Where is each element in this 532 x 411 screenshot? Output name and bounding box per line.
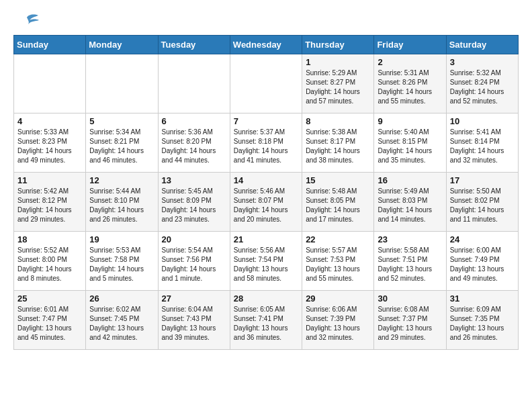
- day-number: 29: [306, 293, 370, 304]
- calendar-cell: 17Sunrise: 5:50 AM Sunset: 8:02 PM Dayli…: [446, 173, 518, 232]
- day-number: 3: [450, 57, 515, 67]
- day-info: Sunrise: 5:50 AM Sunset: 8:02 PM Dayligh…: [450, 187, 515, 224]
- day-info: Sunrise: 6:06 AM Sunset: 7:39 PM Dayligh…: [306, 305, 370, 342]
- day-info: Sunrise: 5:38 AM Sunset: 8:17 PM Dayligh…: [306, 128, 370, 165]
- calendar-cell: 8Sunrise: 5:38 AM Sunset: 8:17 PM Daylig…: [302, 113, 374, 173]
- logo-bird-icon: [15, 12, 39, 31]
- day-number: 10: [450, 116, 515, 126]
- day-number: 27: [162, 293, 226, 304]
- day-info: Sunrise: 5:31 AM Sunset: 8:26 PM Dayligh…: [378, 68, 442, 106]
- day-number: 28: [234, 293, 298, 304]
- calendar-cell: 20Sunrise: 5:54 AM Sunset: 7:56 PM Dayli…: [158, 232, 230, 291]
- weekday-header-wednesday: Wednesday: [230, 36, 302, 54]
- day-number: 19: [89, 234, 154, 244]
- calendar-cell: 23Sunrise: 5:58 AM Sunset: 7:51 PM Dayli…: [374, 232, 446, 291]
- day-info: Sunrise: 5:46 AM Sunset: 8:07 PM Dayligh…: [234, 187, 298, 224]
- day-number: 21: [234, 234, 298, 244]
- day-info: Sunrise: 6:04 AM Sunset: 7:43 PM Dayligh…: [162, 305, 226, 342]
- week-row-4: 18Sunrise: 5:52 AM Sunset: 8:00 PM Dayli…: [14, 232, 519, 291]
- day-number: 13: [162, 175, 226, 185]
- day-info: Sunrise: 5:44 AM Sunset: 8:10 PM Dayligh…: [89, 187, 154, 224]
- day-number: 31: [450, 293, 515, 304]
- day-info: Sunrise: 5:29 AM Sunset: 8:27 PM Dayligh…: [306, 68, 370, 106]
- day-number: 22: [306, 234, 370, 244]
- week-row-2: 4Sunrise: 5:33 AM Sunset: 8:23 PM Daylig…: [14, 113, 519, 173]
- day-info: Sunrise: 6:01 AM Sunset: 7:47 PM Dayligh…: [17, 305, 82, 342]
- calendar-cell: 1Sunrise: 5:29 AM Sunset: 8:27 PM Daylig…: [302, 54, 374, 113]
- page-header: [13, 13, 519, 28]
- day-number: 16: [378, 175, 442, 185]
- day-number: 18: [17, 234, 82, 244]
- day-info: Sunrise: 5:34 AM Sunset: 8:21 PM Dayligh…: [89, 128, 154, 165]
- day-info: Sunrise: 6:08 AM Sunset: 7:37 PM Dayligh…: [378, 305, 442, 342]
- weekday-header-tuesday: Tuesday: [158, 36, 230, 54]
- day-info: Sunrise: 5:58 AM Sunset: 7:51 PM Dayligh…: [378, 246, 442, 283]
- day-info: Sunrise: 5:42 AM Sunset: 8:12 PM Dayligh…: [17, 187, 82, 224]
- calendar-cell: 3Sunrise: 5:32 AM Sunset: 8:24 PM Daylig…: [446, 54, 518, 113]
- calendar-cell: 31Sunrise: 6:09 AM Sunset: 7:35 PM Dayli…: [446, 291, 518, 350]
- calendar-cell: 10Sunrise: 5:41 AM Sunset: 8:14 PM Dayli…: [446, 113, 518, 173]
- calendar-cell: [158, 54, 230, 113]
- day-info: Sunrise: 6:05 AM Sunset: 7:41 PM Dayligh…: [234, 305, 298, 342]
- day-number: 5: [89, 116, 154, 126]
- calendar-cell: [230, 54, 302, 113]
- day-number: 25: [17, 293, 82, 304]
- calendar-cell: 19Sunrise: 5:53 AM Sunset: 7:58 PM Dayli…: [86, 232, 158, 291]
- calendar-cell: 14Sunrise: 5:46 AM Sunset: 8:07 PM Dayli…: [230, 173, 302, 232]
- calendar-cell: 16Sunrise: 5:49 AM Sunset: 8:03 PM Dayli…: [374, 173, 446, 232]
- day-info: Sunrise: 5:49 AM Sunset: 8:03 PM Dayligh…: [378, 187, 442, 224]
- day-number: 26: [89, 293, 154, 304]
- day-number: 24: [450, 234, 515, 244]
- day-number: 9: [378, 116, 442, 126]
- day-number: 1: [306, 57, 370, 67]
- calendar-cell: 25Sunrise: 6:01 AM Sunset: 7:47 PM Dayli…: [14, 291, 86, 350]
- day-info: Sunrise: 6:00 AM Sunset: 7:49 PM Dayligh…: [450, 246, 515, 283]
- calendar-cell: 18Sunrise: 5:52 AM Sunset: 8:00 PM Dayli…: [14, 232, 86, 291]
- weekday-header-monday: Monday: [86, 36, 158, 54]
- weekday-header-row: SundayMondayTuesdayWednesdayThursdayFrid…: [14, 36, 519, 54]
- day-number: 11: [17, 175, 82, 185]
- day-info: Sunrise: 6:02 AM Sunset: 7:45 PM Dayligh…: [89, 305, 154, 342]
- day-number: 17: [450, 175, 515, 185]
- day-info: Sunrise: 5:36 AM Sunset: 8:20 PM Dayligh…: [162, 128, 226, 165]
- weekday-header-saturday: Saturday: [446, 36, 518, 54]
- calendar-cell: 24Sunrise: 6:00 AM Sunset: 7:49 PM Dayli…: [446, 232, 518, 291]
- calendar-cell: [86, 54, 158, 113]
- day-info: Sunrise: 5:40 AM Sunset: 8:15 PM Dayligh…: [378, 128, 442, 165]
- calendar-cell: 2Sunrise: 5:31 AM Sunset: 8:26 PM Daylig…: [374, 54, 446, 113]
- calendar-cell: 7Sunrise: 5:37 AM Sunset: 8:18 PM Daylig…: [230, 113, 302, 173]
- calendar-cell: 11Sunrise: 5:42 AM Sunset: 8:12 PM Dayli…: [14, 173, 86, 232]
- weekday-header-sunday: Sunday: [14, 36, 86, 54]
- calendar-cell: 5Sunrise: 5:34 AM Sunset: 8:21 PM Daylig…: [86, 113, 158, 173]
- calendar-body: 1Sunrise: 5:29 AM Sunset: 8:27 PM Daylig…: [14, 54, 519, 350]
- day-number: 12: [89, 175, 154, 185]
- day-number: 30: [378, 293, 442, 304]
- week-row-5: 25Sunrise: 6:01 AM Sunset: 7:47 PM Dayli…: [14, 291, 519, 350]
- day-info: Sunrise: 5:57 AM Sunset: 7:53 PM Dayligh…: [306, 246, 370, 283]
- day-number: 23: [378, 234, 442, 244]
- day-info: Sunrise: 5:56 AM Sunset: 7:54 PM Dayligh…: [234, 246, 298, 283]
- day-number: 15: [306, 175, 370, 185]
- weekday-header-thursday: Thursday: [302, 36, 374, 54]
- day-number: 7: [234, 116, 298, 126]
- calendar-cell: 12Sunrise: 5:44 AM Sunset: 8:10 PM Dayli…: [86, 173, 158, 232]
- logo: [13, 13, 39, 28]
- weekday-header-friday: Friday: [374, 36, 446, 54]
- day-info: Sunrise: 5:53 AM Sunset: 7:58 PM Dayligh…: [89, 246, 154, 283]
- calendar-cell: 26Sunrise: 6:02 AM Sunset: 7:45 PM Dayli…: [86, 291, 158, 350]
- day-number: 14: [234, 175, 298, 185]
- day-number: 6: [162, 116, 226, 126]
- day-info: Sunrise: 5:48 AM Sunset: 8:05 PM Dayligh…: [306, 187, 370, 224]
- day-info: Sunrise: 5:41 AM Sunset: 8:14 PM Dayligh…: [450, 128, 515, 165]
- calendar-cell: 9Sunrise: 5:40 AM Sunset: 8:15 PM Daylig…: [374, 113, 446, 173]
- day-number: 4: [17, 116, 82, 126]
- calendar-cell: 22Sunrise: 5:57 AM Sunset: 7:53 PM Dayli…: [302, 232, 374, 291]
- day-info: Sunrise: 5:52 AM Sunset: 8:00 PM Dayligh…: [17, 246, 82, 283]
- calendar-cell: 27Sunrise: 6:04 AM Sunset: 7:43 PM Dayli…: [158, 291, 230, 350]
- calendar-cell: 29Sunrise: 6:06 AM Sunset: 7:39 PM Dayli…: [302, 291, 374, 350]
- calendar-cell: 21Sunrise: 5:56 AM Sunset: 7:54 PM Dayli…: [230, 232, 302, 291]
- week-row-3: 11Sunrise: 5:42 AM Sunset: 8:12 PM Dayli…: [14, 173, 519, 232]
- calendar-cell: 4Sunrise: 5:33 AM Sunset: 8:23 PM Daylig…: [14, 113, 86, 173]
- calendar-cell: 6Sunrise: 5:36 AM Sunset: 8:20 PM Daylig…: [158, 113, 230, 173]
- day-number: 20: [162, 234, 226, 244]
